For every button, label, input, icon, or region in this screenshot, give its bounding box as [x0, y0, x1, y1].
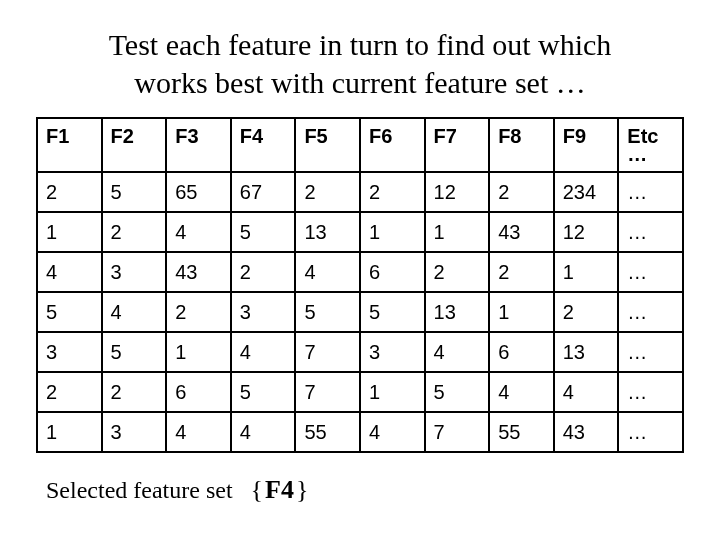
cell: 5 [102, 332, 167, 372]
cell: 6 [360, 252, 425, 292]
cell: 1 [554, 252, 619, 292]
col-header: F9 [554, 118, 619, 172]
cell: 5 [231, 372, 296, 412]
cell: 5 [425, 372, 490, 412]
cell: 4 [489, 372, 554, 412]
col-header: F8 [489, 118, 554, 172]
cell: 12 [425, 172, 490, 212]
cell: 2 [554, 292, 619, 332]
cell: 43 [166, 252, 231, 292]
cell: 1 [360, 212, 425, 252]
table-row: 4 3 43 2 4 6 2 2 1 … [37, 252, 683, 292]
cell: 1 [425, 212, 490, 252]
cell: 13 [425, 292, 490, 332]
cell: 3 [37, 332, 102, 372]
cell: 1 [37, 212, 102, 252]
cell: 4 [295, 252, 360, 292]
cell: … [618, 292, 683, 332]
cell: 5 [295, 292, 360, 332]
cell: 2 [37, 172, 102, 212]
cell: 3 [102, 412, 167, 452]
cell: 2 [425, 252, 490, 292]
col-header: F1 [37, 118, 102, 172]
feature-set-expression: {F4} [251, 477, 309, 503]
cell: 2 [231, 252, 296, 292]
cell: 2 [295, 172, 360, 212]
cell: 1 [360, 372, 425, 412]
table-body: 2 5 65 67 2 2 12 2 234 … 1 2 4 5 13 1 1 … [37, 172, 683, 452]
cell: … [618, 252, 683, 292]
cell: … [618, 212, 683, 252]
cell: 234 [554, 172, 619, 212]
cell: 5 [102, 172, 167, 212]
cell: 2 [489, 252, 554, 292]
cell: 3 [102, 252, 167, 292]
cell: … [618, 412, 683, 452]
col-header: F5 [295, 118, 360, 172]
col-header: F6 [360, 118, 425, 172]
cell: 55 [489, 412, 554, 452]
cell: 4 [554, 372, 619, 412]
cell: 4 [231, 412, 296, 452]
cell: 65 [166, 172, 231, 212]
cell: 3 [360, 332, 425, 372]
col-header: F2 [102, 118, 167, 172]
cell: 13 [554, 332, 619, 372]
table-row: 3 5 1 4 7 3 4 6 13 … [37, 332, 683, 372]
table-row: 2 5 65 67 2 2 12 2 234 … [37, 172, 683, 212]
cell: 6 [489, 332, 554, 372]
selected-feature: F4 [263, 475, 296, 504]
cell: … [618, 172, 683, 212]
cell: 43 [554, 412, 619, 452]
cell: 12 [554, 212, 619, 252]
cell: 2 [37, 372, 102, 412]
cell: 5 [231, 212, 296, 252]
col-header-etc: Etc … [618, 118, 683, 172]
table-row: 1 3 4 4 55 4 7 55 43 … [37, 412, 683, 452]
cell: 55 [295, 412, 360, 452]
cell: 2 [102, 212, 167, 252]
feature-table: F1 F2 F3 F4 F5 F6 F7 F8 F9 Etc … 2 5 65 … [36, 117, 684, 453]
cell: 67 [231, 172, 296, 212]
table-header-row: F1 F2 F3 F4 F5 F6 F7 F8 F9 Etc … [37, 118, 683, 172]
cell: 13 [295, 212, 360, 252]
cell: 4 [166, 412, 231, 452]
cell: 3 [231, 292, 296, 332]
cell: … [618, 372, 683, 412]
slide-title: Test each feature in turn to find out wh… [36, 26, 684, 101]
cell: 43 [489, 212, 554, 252]
cell: 2 [102, 372, 167, 412]
selected-feature-set: Selected feature set {F4} [36, 475, 684, 505]
cell: 4 [37, 252, 102, 292]
cell: 1 [37, 412, 102, 452]
cell: 5 [360, 292, 425, 332]
table-row: 5 4 2 3 5 5 13 1 2 … [37, 292, 683, 332]
cell: 7 [425, 412, 490, 452]
footer-label: Selected feature set [46, 477, 233, 503]
cell: 2 [166, 292, 231, 332]
table-row: 1 2 4 5 13 1 1 43 12 … [37, 212, 683, 252]
slide: Test each feature in turn to find out wh… [0, 0, 720, 540]
brace-open: { [251, 475, 263, 504]
cell: 1 [489, 292, 554, 332]
cell: 5 [37, 292, 102, 332]
etc-dots: … [627, 148, 674, 160]
title-line-2: works best with current feature set … [134, 66, 586, 99]
cell: 4 [425, 332, 490, 372]
col-header: F7 [425, 118, 490, 172]
cell: 4 [360, 412, 425, 452]
col-header: F3 [166, 118, 231, 172]
cell: 7 [295, 332, 360, 372]
cell: 2 [360, 172, 425, 212]
brace-close: } [296, 475, 308, 504]
cell: 1 [166, 332, 231, 372]
cell: 4 [166, 212, 231, 252]
cell: 2 [489, 172, 554, 212]
cell: 4 [102, 292, 167, 332]
title-line-1: Test each feature in turn to find out wh… [109, 28, 612, 61]
cell: 4 [231, 332, 296, 372]
col-header: F4 [231, 118, 296, 172]
cell: 6 [166, 372, 231, 412]
cell: 7 [295, 372, 360, 412]
table-row: 2 2 6 5 7 1 5 4 4 … [37, 372, 683, 412]
